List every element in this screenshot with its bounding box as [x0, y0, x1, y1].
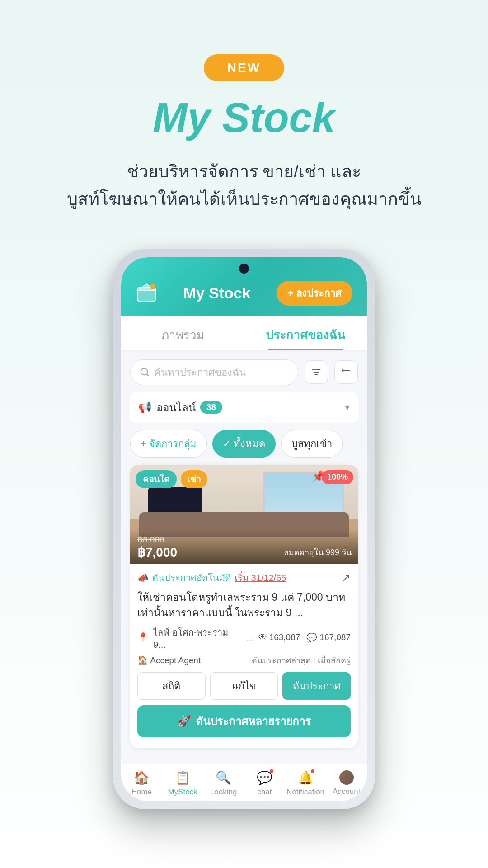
svg-text:!: ! — [151, 285, 153, 289]
chevron-down-icon[interactable]: ▾ — [345, 401, 350, 413]
boost-badge: 100% — [322, 470, 353, 484]
nav-account-label: Account — [333, 787, 360, 796]
chat-icon: 💬 — [306, 632, 317, 643]
nav-looking[interactable]: 🔍 Looking — [203, 770, 244, 797]
online-icon: 📢 — [138, 401, 152, 414]
tab-my-listings[interactable]: ประกาศของฉัน — [244, 316, 367, 350]
mystock-icon: 📋 — [175, 770, 191, 785]
tag-condo: คอนโด — [136, 470, 177, 488]
edit-button[interactable]: แก้ไข — [210, 672, 278, 700]
auto-boost-label: ดันประกาศอัตโนมัติ — [152, 571, 231, 585]
auto-boost-icon: 📣 — [137, 572, 149, 583]
app-logo: ! — [136, 282, 157, 304]
rocket-icon: 🚀 — [178, 715, 191, 727]
last-boost: ดันประกาศล่าสุด : เมื่อสักครู่ — [252, 654, 351, 667]
bottom-nav: 🏠 Home 📋 MyStock 🔍 Looking 💬 chat — [121, 764, 367, 801]
nav-notification-label: Notification — [286, 788, 324, 797]
svg-point-2 — [150, 284, 155, 289]
notification-icon: 🔔 — [298, 771, 314, 785]
agent-row: 🏠 Accept Agent ดันประกาศล่าสุด : เมื่อสั… — [137, 654, 351, 667]
property-location: ไลฟ์ อโศก-พระราม 9... — [153, 625, 242, 650]
boost-date[interactable]: เริ่ม 31/12/65 — [235, 571, 286, 585]
sort-button[interactable] — [334, 360, 358, 384]
property-meta: 📍 ไลฟ์ อโศก-พระราม 9... ... 👁 163,087 💬 — [137, 625, 351, 650]
nav-looking-label: Looking — [210, 788, 237, 797]
boost-button[interactable]: ดันประกาศ — [282, 672, 351, 700]
card-actions: สถิติ แก้ไข ดันประกาศ — [137, 672, 351, 700]
page-title: My Stock — [153, 94, 335, 142]
new-badge: NEW — [204, 54, 284, 81]
nav-mystock-label: MyStock — [168, 788, 197, 797]
eye-icon: 👁 — [258, 632, 267, 642]
online-count: 38 — [200, 401, 222, 414]
auto-boost-row: 📣 ดันประกาศอัตโนมัติ เริ่ม 31/12/65 ↗ — [137, 571, 351, 585]
search-icon — [140, 367, 150, 377]
online-label: ออนไลน์ — [156, 399, 196, 416]
tabs-bar: ภาพรวม ประกาศของฉัน — [121, 316, 367, 351]
online-row: 📢 ออนไลน์ 38 ▾ — [130, 392, 358, 423]
price-overlay: ฿8,000 ฿7,000 หมดอายุใน 999 วัน — [130, 529, 358, 564]
notification-badge — [311, 769, 314, 773]
boost-all-button[interactable]: 🚀 ดันประกาศหลายรายการ — [137, 705, 351, 737]
svg-line-5 — [146, 374, 148, 376]
property-card: คอนโด เช่า 📌 100% ฿8,000 ฿7,000 หมดอายุใ… — [130, 465, 358, 748]
hero-subtitle: ช่วยบริหารจัดการ ขาย/เช่า และ บูสท์โฆษณา… — [67, 158, 422, 213]
boost-all-label: ดันประกาศหลายรายการ — [196, 712, 311, 730]
filter-button[interactable] — [305, 360, 328, 384]
nav-chat[interactable]: 💬 chat — [244, 770, 285, 797]
tab-overview[interactable]: ภาพรวม — [121, 316, 244, 350]
nav-account[interactable]: Account — [326, 770, 367, 797]
search-placeholder: ค้นหาประกาศของฉัน — [154, 364, 246, 380]
add-listing-button[interactable]: + ลงประกาศ — [277, 281, 352, 306]
location-icon: 📍 — [137, 632, 149, 643]
old-price: ฿8,000 — [137, 534, 351, 545]
app-content: ค้นหาประกาศของฉัน — [121, 351, 367, 764]
card-body: 📣 ดันประกาศอัตโนมัติ เริ่ม 31/12/65 ↗ ให… — [130, 564, 358, 748]
looking-icon: 🔍 — [216, 770, 231, 785]
stats-button[interactable]: สถิติ — [137, 672, 206, 700]
nav-mystock[interactable]: 📋 MyStock — [162, 770, 203, 797]
search-row: ค้นหาประกาศของฉัน — [130, 359, 358, 385]
views1: 163,087 — [269, 632, 300, 642]
views2: 167,087 — [319, 632, 351, 642]
nav-home[interactable]: 🏠 Home — [121, 770, 162, 797]
nav-notification[interactable]: 🔔 Notification — [285, 770, 326, 797]
search-input-wrap[interactable]: ค้นหาประกาศของฉัน — [130, 359, 298, 385]
property-description: ให้เช่าคอนโดหรูทำเลพระราม 9 แค่ 7,000 บา… — [137, 590, 351, 621]
agent-label: 🏠 Accept Agent — [137, 655, 201, 665]
boost-all-in-button[interactable]: บูสทุกเข้า — [281, 430, 343, 458]
nav-chat-label: chat — [257, 788, 272, 797]
chat-nav-icon: 💬 — [257, 771, 272, 785]
select-all-button[interactable]: ✓ ทั้งหมด — [212, 430, 276, 458]
avatar — [339, 770, 354, 785]
action-buttons-row: + จัดการกลุ่ม ✓ ทั้งหมด บูสทุกเข้า — [130, 430, 358, 458]
camera-notch — [239, 264, 249, 274]
header-title: My Stock — [183, 284, 250, 302]
chat-badge — [270, 769, 273, 773]
property-image: คอนโด เช่า 📌 100% ฿8,000 ฿7,000 หมดอายุใ… — [130, 465, 358, 564]
tag-rent: เช่า — [181, 470, 207, 488]
expire-text: หมดอายุใน 999 วัน — [283, 546, 352, 559]
share-icon[interactable]: ↗ — [342, 571, 351, 584]
home-icon: 🏠 — [134, 770, 150, 785]
phone-mockup: ! My Stock + ลงประกาศ ภาพรวม ประกาศของฉั… — [113, 249, 375, 809]
nav-home-label: Home — [131, 788, 152, 797]
manage-group-button[interactable]: + จัดการกลุ่ม — [130, 430, 207, 458]
